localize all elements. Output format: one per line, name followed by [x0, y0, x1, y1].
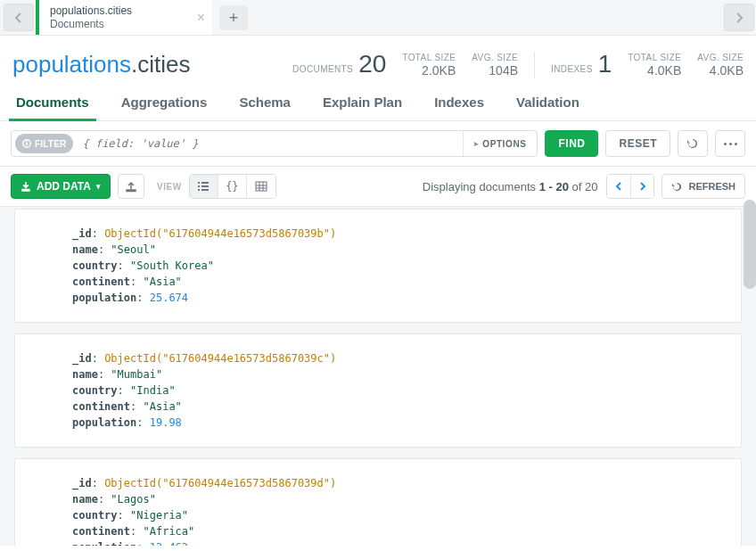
new-tab-button[interactable]: +	[219, 5, 248, 30]
field-key: population	[72, 416, 136, 429]
nav-forward-button[interactable]	[724, 4, 754, 31]
field-key: population	[72, 541, 136, 546]
namespace-db[interactable]: populations	[12, 51, 131, 78]
refresh-icon	[671, 181, 683, 193]
filter-badge-label: FILTER	[35, 139, 66, 149]
history-button[interactable]	[678, 130, 708, 157]
document-field: population: 19.98	[72, 415, 716, 431]
view-json-button[interactable]: {}	[218, 175, 247, 198]
document-card[interactable]: _id: ObjectId("617604944e16573d5867039d"…	[14, 458, 742, 546]
view-toggle: {}	[189, 174, 276, 199]
export-button[interactable]	[118, 174, 144, 199]
tab-validation[interactable]: Validation	[513, 86, 583, 120]
paging-prefix: Displaying documents	[423, 180, 539, 193]
download-icon	[21, 181, 31, 192]
namespace-title: populations.cities	[12, 51, 190, 78]
field-key: _id	[72, 227, 92, 240]
stat-idx-avg-size: 4.0KB	[710, 63, 744, 78]
svg-rect-9	[256, 182, 267, 191]
page-prev-button[interactable]	[607, 175, 630, 198]
paging-nav	[606, 174, 654, 199]
stat-label: INDEXES	[551, 64, 593, 74]
document-field: continent: "Asia"	[72, 274, 716, 290]
field-value: "India"	[130, 384, 176, 397]
field-key: name	[72, 243, 98, 256]
stat-documents-count: 20	[358, 50, 386, 78]
svg-rect-3	[198, 182, 200, 184]
field-value: 25.674	[150, 292, 188, 304]
svg-rect-5	[198, 185, 200, 187]
field-value: 19.98	[150, 416, 182, 429]
more-menu-button[interactable]	[715, 130, 745, 157]
nav-back-button[interactable]	[4, 4, 34, 31]
field-key: name	[72, 493, 98, 506]
tab-documents[interactable]: Documents	[12, 86, 93, 120]
find-button[interactable]: FIND	[545, 130, 598, 157]
field-key: _id	[72, 477, 92, 489]
tab-collection[interactable]: populations.cities Documents ×	[36, 0, 212, 35]
chevron-right-icon	[639, 182, 646, 191]
field-value: "Seoul"	[111, 243, 156, 256]
svg-rect-4	[201, 182, 209, 184]
view-table-button[interactable]	[247, 175, 275, 198]
field-key: name	[72, 368, 98, 381]
caret-right-icon: ▸	[474, 139, 480, 148]
field-key: country	[72, 259, 118, 272]
collection-subtabs: Documents Aggregations Schema Explain Pl…	[0, 86, 756, 121]
document-field: country: "India"	[72, 382, 716, 399]
stat-label: AVG. SIZE	[472, 53, 518, 63]
stat-avg-size: 104B	[489, 63, 518, 78]
document-field: name: "Lagos"	[72, 491, 716, 507]
chevron-right-icon	[735, 12, 744, 23]
svg-rect-1	[26, 143, 28, 145]
field-key: continent	[72, 400, 130, 413]
history-icon	[686, 136, 700, 151]
scrollbar-thumb[interactable]	[744, 200, 756, 289]
collection-stats: DOCUMENTS 20 TOTAL SIZE 2.0KB AVG. SIZE …	[292, 50, 744, 78]
tab-aggregations[interactable]: Aggregations	[118, 86, 211, 120]
filter-options-button[interactable]: ▸ OPTIONS	[463, 131, 538, 156]
document-field: continent: "Asia"	[72, 399, 716, 415]
refresh-button[interactable]: REFRESH	[662, 174, 745, 199]
tab-indexes[interactable]: Indexes	[431, 86, 488, 120]
field-value: "Asia"	[143, 276, 181, 288]
svg-rect-8	[201, 189, 209, 191]
view-list-button[interactable]	[190, 175, 218, 198]
field-value: "Asia"	[143, 400, 181, 413]
tab-schema[interactable]: Schema	[235, 86, 294, 120]
paging-status: Displaying documents 1 - 20 of 20	[423, 180, 598, 193]
field-value: "Lagos"	[111, 493, 156, 506]
field-value: ObjectId("617604944e16573d5867039b")	[104, 227, 336, 240]
document-field: country: "Nigeria"	[72, 507, 716, 523]
tab-subtitle: Documents	[50, 18, 132, 31]
document-field: name: "Mumbai"	[72, 366, 716, 382]
add-data-button[interactable]: ADD DATA ▾	[11, 174, 111, 199]
reset-button[interactable]: RESET	[605, 130, 670, 157]
stat-label: TOTAL SIZE	[402, 53, 456, 63]
field-value: "Nigeria"	[130, 509, 188, 522]
document-card[interactable]: _id: ObjectId("617604944e16573d5867039b"…	[14, 209, 742, 323]
chevron-left-icon	[14, 12, 23, 23]
filter-options-label: OPTIONS	[482, 139, 526, 149]
table-icon	[255, 181, 267, 192]
paging-range: 1 - 20	[539, 180, 569, 193]
field-value: ObjectId("617604944e16573d5867039c")	[104, 352, 336, 365]
field-key: continent	[72, 525, 130, 538]
tab-explain-plan[interactable]: Explain Plan	[319, 86, 406, 120]
svg-rect-7	[198, 189, 200, 191]
field-value: ObjectId("617604944e16573d5867039d")	[104, 477, 336, 489]
filter-input-wrap: FILTER ▸ OPTIONS	[11, 130, 538, 157]
filter-input[interactable]	[73, 131, 462, 156]
page-next-button[interactable]	[630, 175, 653, 198]
document-card[interactable]: _id: ObjectId("617604944e16573d5867039c"…	[14, 333, 742, 448]
add-data-label: ADD DATA	[37, 180, 91, 193]
stat-idx-total-size: 4.0KB	[647, 63, 681, 78]
stat-divider	[534, 52, 535, 78]
field-value: "Mumbai"	[111, 368, 162, 381]
field-value: "Africa"	[143, 525, 194, 538]
svg-point-2	[26, 141, 28, 143]
document-field: _id: ObjectId("617604944e16573d5867039b"…	[72, 226, 716, 242]
close-icon[interactable]: ×	[197, 11, 205, 25]
document-field: population: 13.463	[72, 539, 716, 546]
document-list[interactable]: _id: ObjectId("617604944e16573d5867039b"…	[0, 207, 756, 546]
